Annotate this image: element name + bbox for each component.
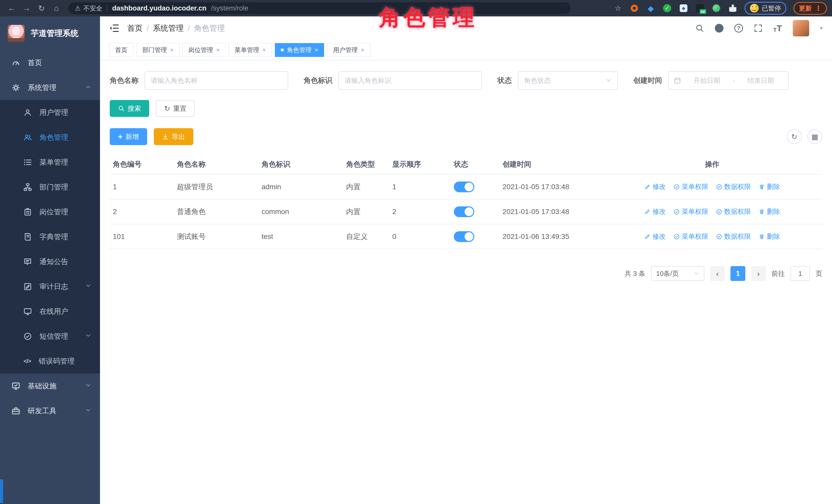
table-row: 1 超级管理员 admin 内置 1 2021-01-05 17:03:48 修… xyxy=(110,174,822,199)
edit-link[interactable]: 修改 xyxy=(644,182,666,191)
sidebar-item-audit-log[interactable]: 审计日志 xyxy=(0,274,100,299)
sidebar-item-home[interactable]: 首页 xyxy=(0,50,100,75)
sidebar-collapse-button[interactable] xyxy=(109,23,120,33)
tab-menus[interactable]: 菜单管理 × xyxy=(229,43,272,57)
add-button[interactable]: + 新增 xyxy=(110,128,147,145)
delete-link[interactable]: 删除 xyxy=(759,182,780,191)
sidebar-item-posts[interactable]: 岗位管理 xyxy=(0,200,100,224)
paused-label: 已暂停 xyxy=(762,4,781,12)
sidebar-item-online-users[interactable]: 在线用户 xyxy=(0,299,100,324)
close-icon[interactable]: × xyxy=(170,46,174,54)
sidebar-item-departments[interactable]: 部门管理 xyxy=(0,175,100,200)
page-1-button[interactable]: 1 xyxy=(730,266,745,281)
sidebar-scrollbar-thumb[interactable] xyxy=(0,479,3,503)
browser-update-button[interactable]: 更新 ⋮ xyxy=(794,2,827,15)
edit-link[interactable]: 修改 xyxy=(644,207,666,216)
browser-home-button[interactable]: ⌂ xyxy=(50,2,63,15)
sidebar-item-label: 通知公告 xyxy=(40,257,91,267)
export-button[interactable]: 导出 xyxy=(154,128,193,145)
next-page-button[interactable]: › xyxy=(751,266,766,281)
reset-button[interactable]: ↻ 重置 xyxy=(156,100,194,117)
app-logo[interactable]: 芋道管理系统 xyxy=(0,17,100,50)
security-label[interactable]: 不安全 xyxy=(83,4,102,12)
avatar[interactable] xyxy=(793,20,809,36)
data-permission-link[interactable]: 数据权限 xyxy=(716,182,751,191)
delete-link[interactable]: 删除 xyxy=(759,207,780,216)
menu-permission-link[interactable]: 菜单权限 xyxy=(674,207,708,216)
extension-blue-icon[interactable]: ◆ xyxy=(646,4,655,13)
tab-posts[interactable]: 岗位管理 × xyxy=(183,43,226,57)
data-permission-link[interactable]: 数据权限 xyxy=(716,232,751,241)
edit-link[interactable]: 修改 xyxy=(644,232,666,241)
breadcrumb-system[interactable]: 系统管理 xyxy=(153,23,184,33)
browser-menu-icon[interactable]: ⋮ xyxy=(815,4,822,12)
delete-label: 删除 xyxy=(767,207,780,216)
sidebar-item-dict[interactable]: 字典管理 xyxy=(0,224,100,249)
extension-translate-icon[interactable]: ◆ xyxy=(679,4,688,13)
data-permission-link[interactable]: 数据权限 xyxy=(716,207,751,216)
sidebar-item-sms[interactable]: 短信管理 xyxy=(0,324,100,349)
sidebar-item-users[interactable]: 用户管理 xyxy=(0,100,100,125)
tab-home[interactable]: 首页 xyxy=(109,43,133,57)
browser-back-button[interactable]: ← xyxy=(5,2,19,15)
sidebar-item-error-codes[interactable]: </> 错误码管理 xyxy=(0,349,100,373)
tab-label: 首页 xyxy=(115,46,127,54)
status-select[interactable]: 角色状态 xyxy=(518,71,618,90)
sidebar-item-roles[interactable]: 角色管理 xyxy=(0,125,100,150)
extension-orange-icon[interactable] xyxy=(630,4,639,13)
active-tab-dot xyxy=(281,49,284,52)
extension-green-check-icon[interactable]: ✓ xyxy=(662,4,672,13)
online-users-icon xyxy=(24,308,32,316)
menu-permission-link[interactable]: 菜单权限 xyxy=(674,182,708,191)
tab-roles-active[interactable]: 角色管理 × xyxy=(275,43,324,57)
sidebar-item-label: 部门管理 xyxy=(40,182,91,192)
sidebar-item-system[interactable]: 系统管理 xyxy=(0,75,100,100)
role-key-input[interactable] xyxy=(338,71,482,90)
cell-role-key: admin xyxy=(258,174,343,199)
tab-label: 角色管理 xyxy=(287,46,312,54)
prev-page-button[interactable]: ‹ xyxy=(710,266,725,281)
browser-reload-button[interactable]: ↻ xyxy=(35,2,48,15)
total-count: 共 3 条 xyxy=(625,269,645,278)
avatar-dropdown-caret[interactable]: ▾ xyxy=(820,25,823,31)
profile-paused-badge[interactable]: 已暂停 xyxy=(745,2,786,15)
github-icon[interactable] xyxy=(715,24,724,32)
sidebar-item-dev-tools[interactable]: 研发工具 xyxy=(0,398,100,423)
bookmark-star-icon[interactable]: ☆ xyxy=(613,4,623,13)
circle-check-icon xyxy=(24,332,32,340)
menu-permission-link[interactable]: 菜单权限 xyxy=(674,232,708,241)
date-range-picker[interactable]: 开始日期 - 结束日期 xyxy=(668,71,789,90)
page-size-select[interactable]: 10条/页 xyxy=(651,266,704,281)
search-button[interactable]: 搜索 xyxy=(110,100,149,117)
browser-forward-button[interactable]: → xyxy=(20,2,33,15)
extensions-puzzle-icon[interactable] xyxy=(728,4,737,13)
sidebar-item-label: 错误码管理 xyxy=(39,356,91,366)
close-icon[interactable]: × xyxy=(216,46,220,54)
tab-users[interactable]: 用户管理 × xyxy=(327,43,370,57)
delete-link[interactable]: 删除 xyxy=(759,232,780,241)
role-name-input[interactable] xyxy=(145,71,288,90)
tab-departments[interactable]: 部门管理 × xyxy=(136,43,180,57)
extension-dark-on-icon[interactable]: on xyxy=(695,4,705,13)
fullscreen-icon[interactable] xyxy=(754,24,762,32)
chat-bubble-icon xyxy=(24,258,32,266)
font-size-icon[interactable]: TT xyxy=(773,23,782,33)
table-columns-button[interactable]: ▦ xyxy=(807,129,822,144)
table-refresh-button[interactable]: ↻ xyxy=(787,129,802,144)
help-icon[interactable]: ? xyxy=(734,24,743,32)
extension-leaf-icon[interactable] xyxy=(712,4,721,13)
status-toggle-on[interactable] xyxy=(454,231,474,242)
sidebar-item-menus[interactable]: 菜单管理 xyxy=(0,150,100,175)
close-icon[interactable]: × xyxy=(361,46,364,54)
address-bar[interactable]: ⚠ 不安全 dashboard.yudao.iocoder.cn /system… xyxy=(68,2,571,14)
code-icon: </> xyxy=(24,358,31,365)
status-toggle-on[interactable] xyxy=(454,206,474,217)
close-icon[interactable]: × xyxy=(315,46,318,54)
goto-page-input[interactable] xyxy=(790,266,810,281)
search-icon[interactable] xyxy=(695,24,704,32)
sidebar-item-infrastructure[interactable]: 基础设施 xyxy=(0,373,100,398)
status-toggle-on[interactable] xyxy=(454,182,474,192)
sidebar-item-notice[interactable]: 通知公告 xyxy=(0,249,100,274)
breadcrumb-home[interactable]: 首页 xyxy=(127,23,142,33)
close-icon[interactable]: × xyxy=(262,46,266,54)
